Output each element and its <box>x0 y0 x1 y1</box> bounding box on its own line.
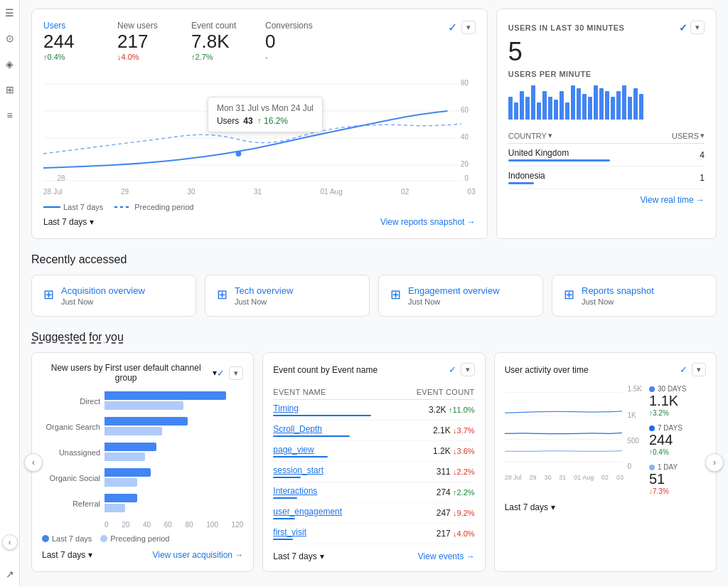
legend-last7-label: Last 7 days <box>63 203 103 211</box>
metric-users: Users 244 ↑0.4% <box>43 21 100 61</box>
legend-preceding: Preceding period <box>114 203 193 211</box>
y-label-0: 0 <box>627 462 642 470</box>
view-events-link[interactable]: View events → <box>418 551 475 561</box>
svg-text:80: 80 <box>461 79 469 87</box>
event-row-engagement: user_engagement 247 ↓9.2% <box>273 503 474 524</box>
mini-card-engagement[interactable]: ⊞ Engagement overview Just Now <box>378 275 543 317</box>
rt-bar-14 <box>582 94 587 120</box>
hbar-label-unassigned: Unassigned <box>42 448 100 457</box>
conversions-label[interactable]: Conversions <box>265 21 322 31</box>
view-realtime-link[interactable]: View real time → <box>641 195 705 205</box>
rt-bar-19 <box>611 97 615 120</box>
country-table: COUNTRY ▾ USERS ▾ United Kingdom 4 <box>508 128 705 189</box>
legend-dot-30days <box>649 386 655 392</box>
realtime-check-icon: ✓ <box>679 22 688 33</box>
hbar-bar-social-prev <box>105 478 137 487</box>
users-value: 244 <box>43 31 100 53</box>
event-table: EVENT NAME EVENT COUNT Timing 3.2K ↑11.0… <box>273 385 474 544</box>
event-change-pageview: ↓3.6% <box>453 447 475 455</box>
country-name-uk: United Kingdom <box>508 148 636 158</box>
event-name-interactions[interactable]: Interactions <box>273 486 317 496</box>
event-bar-engagement <box>273 518 295 519</box>
date-range-button[interactable]: Last 7 days ▾ <box>43 217 94 227</box>
sidebar-icon-5[interactable]: ≡ <box>3 108 17 122</box>
rt-bar-20 <box>616 91 621 120</box>
tooltip-title: Mon 31 Jul vs Mon 24 Jul <box>217 103 314 113</box>
event-name-session[interactable]: session_start <box>273 465 323 475</box>
new-users-dropdown[interactable]: ▾ <box>229 366 243 380</box>
users-label[interactable]: Users <box>43 21 100 31</box>
activity-header: User activity over time ✓ ▾ <box>505 363 706 376</box>
scroll-left-button[interactable]: ‹ <box>24 453 43 472</box>
tech-sub: Just Now <box>235 297 293 306</box>
hbar-bar-organic-last7 <box>105 417 188 425</box>
svg-text:0: 0 <box>464 174 469 182</box>
svg-point-10 <box>236 151 242 157</box>
country-row-id: Indonesia 1 <box>508 166 705 189</box>
event-name-engagement[interactable]: user_engagement <box>273 507 342 517</box>
hbar-bar-direct-last7 <box>105 391 226 400</box>
sidebar-icon-bottom[interactable]: ↗ <box>3 567 17 581</box>
scroll-right-button[interactable]: › <box>705 453 724 472</box>
sidebar-icon-4[interactable]: ⊞ <box>3 83 17 97</box>
engagement-sub: Just Now <box>408 297 500 306</box>
mini-card-tech[interactable]: ⊞ Tech overview Just Now <box>205 275 370 317</box>
view-user-acquisition-link[interactable]: View user acquisition → <box>152 550 243 560</box>
rt-bar-18 <box>605 91 609 120</box>
rt-bar-12 <box>571 85 575 120</box>
event-row-session: session_start 311 ↓2.2% <box>273 462 474 482</box>
rt-bar-3 <box>520 91 524 120</box>
event-name-scroll[interactable]: Scroll_Depth <box>273 424 322 434</box>
check-icon: ✓ <box>448 21 457 34</box>
eventcount-label[interactable]: Event count <box>191 21 248 31</box>
rt-bar-7 <box>542 91 547 120</box>
legend-change-7days: ↑0.4% <box>649 448 706 456</box>
mini-card-reports[interactable]: ⊞ Reports snapshot Just Now <box>552 275 717 317</box>
event-dropdown[interactable]: ▾ <box>461 363 475 376</box>
event-name-firstvisit[interactable]: first_visit <box>273 527 306 537</box>
event-count-interactions: 274 ↑2.2% <box>382 482 475 503</box>
hbar-bars-organic-search <box>105 417 243 437</box>
event-name-timing[interactable]: Timing <box>273 403 299 413</box>
newusers-label[interactable]: New users <box>117 21 174 31</box>
event-count-header-cell: EVENT COUNT <box>382 385 475 400</box>
new-users-date-range[interactable]: Last 7 days ▾ <box>42 550 92 560</box>
act-x-31: 31 <box>559 474 566 481</box>
event-name-pageview[interactable]: page_view <box>273 445 314 455</box>
x-label-30: 30 <box>188 188 196 196</box>
hbar-bar-referral-last7 <box>105 494 137 502</box>
act-x-jul28: 28 Jul <box>505 474 522 481</box>
event-name-header: EVENT NAME <box>273 385 382 400</box>
sidebar-icon-3[interactable]: ◈ <box>3 57 17 71</box>
activity-dropdown[interactable]: ▾ <box>692 363 706 376</box>
mini-card-acquisition[interactable]: ⊞ Acquisition overview Just Now <box>31 275 196 317</box>
users-header-btn[interactable]: USERS ▾ <box>672 131 705 140</box>
event-check-icon: ✓ <box>449 364 456 375</box>
event-count-title-btn[interactable]: Event count by Event name <box>273 365 378 375</box>
activity-legend-30days: 30 DAYS 1.1K ↑3.2% <box>649 385 706 417</box>
event-date-range[interactable]: Last 7 days ▾ <box>273 551 323 561</box>
act-x-30: 30 <box>544 474 551 481</box>
country-header-btn[interactable]: COUNTRY ▾ <box>508 131 552 140</box>
sidebar-icon-1[interactable]: ☰ <box>3 6 17 20</box>
activity-date-range[interactable]: Last 7 days ▾ <box>505 502 555 512</box>
event-bar-pageview <box>273 456 328 458</box>
sidebar-collapse-button[interactable]: ‹ <box>2 534 18 550</box>
event-bar-session <box>273 477 300 478</box>
chart-tooltip: Mon 31 Jul vs Mon 24 Jul Users 43 ↑ 16.2… <box>208 97 323 132</box>
legend-label-1day: 1 DAY <box>658 463 678 471</box>
compare-dropdown[interactable]: ▾ <box>461 21 476 34</box>
rt-bar-15 <box>588 97 592 120</box>
event-row-interactions: Interactions 274 ↑2.2% <box>273 482 474 503</box>
view-reports-link[interactable]: View reports snapshot → <box>380 217 476 227</box>
realtime-title: USERS IN LAST 30 MINUTES <box>508 23 625 32</box>
event-count-pageview: 1.2K ↓3.6% <box>382 441 475 462</box>
new-users-card: New users by First user default channel … <box>31 352 254 572</box>
new-users-title-btn[interactable]: New users by First user default channel … <box>42 363 217 383</box>
country-bar-id <box>508 182 534 184</box>
event-change-timing: ↑11.0% <box>449 406 475 414</box>
realtime-dropdown[interactable]: ▾ <box>690 21 705 34</box>
realtime-sub: USERS PER MINUTE <box>508 70 705 78</box>
event-row-scroll: Scroll_Depth 2.1K ↓3.7% <box>273 421 474 441</box>
sidebar-icon-2[interactable]: ⊙ <box>3 31 17 46</box>
